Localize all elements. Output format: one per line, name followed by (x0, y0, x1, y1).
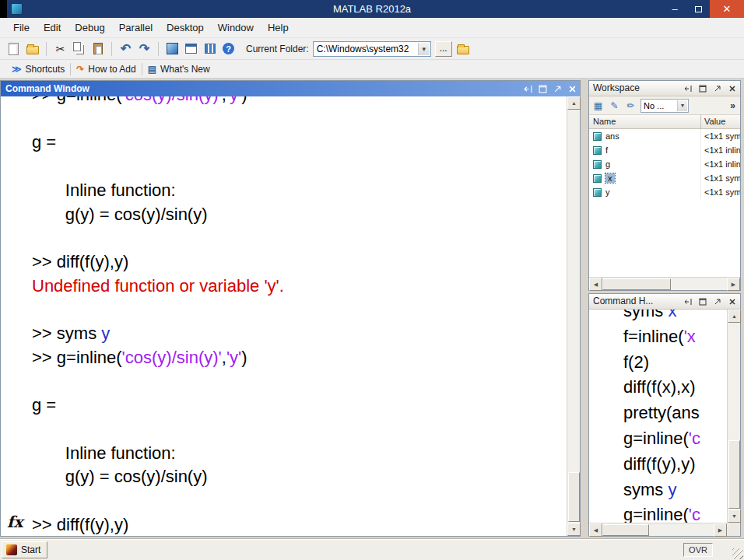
scroll-up-button[interactable]: ▲ (567, 96, 581, 110)
code-segment: syms (623, 480, 668, 499)
scroll-right-button[interactable]: ▶ (727, 278, 740, 291)
workspace-row-ans[interactable]: ans<1x1 sym (589, 129, 740, 143)
start-button[interactable]: Start (2, 541, 47, 558)
new-script-icon[interactable] (6, 41, 21, 56)
maximize-icon[interactable] (538, 84, 547, 93)
code-segment: 'c (689, 505, 700, 523)
undock-icon[interactable] (553, 84, 562, 93)
stack-dropdown[interactable]: No ... ▾ (640, 99, 689, 113)
shortcut-item-2[interactable]: ▤What's New (142, 64, 216, 75)
menu-item-window[interactable]: Window (211, 18, 261, 37)
code-segment: y (101, 324, 110, 343)
dock-icon[interactable] (683, 84, 693, 93)
resize-grip[interactable] (732, 548, 743, 559)
menu-item-debug[interactable]: Debug (68, 18, 111, 37)
menu-item-parallel[interactable]: Parallel (112, 18, 160, 37)
workspace-row-y[interactable]: y<1x1 sym (589, 185, 740, 199)
import-data-icon[interactable]: ✎ (608, 99, 621, 112)
scroll-left-button[interactable]: ◀ (589, 278, 602, 291)
code-segment: 'y' (226, 348, 241, 367)
command-history-body[interactable]: syms xf=inline('xf(2)diff(f(x),x)pretty(… (589, 310, 727, 523)
scroll-down-button[interactable]: ▼ (728, 509, 741, 523)
close-button[interactable]: ✕ (710, 0, 744, 18)
menu-item-file[interactable]: File (6, 18, 37, 37)
code-line: >> g=inline('cos(y)/sin(y)','y') (32, 96, 567, 107)
variable-value: <1x1 inlin (701, 159, 740, 169)
scroll-thumb[interactable] (602, 278, 671, 290)
undock-icon[interactable] (713, 297, 722, 306)
menu-item-help[interactable]: Help (261, 18, 296, 37)
workspace-toolbar: ▦ ✎ ✏ No ... ▾ » (589, 96, 740, 115)
copy-icon[interactable] (72, 41, 86, 56)
undo-icon[interactable]: ↶ (118, 41, 133, 56)
variable-name-cell: y (589, 185, 701, 199)
redo-icon[interactable]: ↷ (137, 41, 152, 56)
help-icon[interactable]: ? (221, 41, 236, 56)
command-window-titlebar[interactable]: Command Window (1, 81, 580, 96)
menu-item-edit[interactable]: Edit (37, 18, 68, 37)
scroll-thumb[interactable] (728, 440, 740, 509)
close-icon[interactable] (728, 84, 737, 93)
code-line (32, 489, 567, 513)
cut-icon[interactable]: ✂ (53, 41, 68, 56)
up-one-folder-icon[interactable] (456, 41, 471, 56)
scroll-up-button[interactable]: ▲ (728, 310, 741, 323)
variable-name-cell: x (589, 171, 701, 185)
command-history-vscrollbar[interactable]: ▲ ▼ (727, 310, 740, 523)
guide-icon[interactable] (184, 41, 198, 56)
command-window-title: Command Window (5, 83, 89, 94)
current-folder-combobox[interactable]: C:\Windows\system32 ▾ (313, 41, 431, 57)
menu-item-desktop[interactable]: Desktop (160, 18, 211, 37)
command-history-hscrollbar[interactable]: ◀ ▶ (589, 523, 727, 536)
new-variable-icon[interactable]: ▦ (591, 99, 605, 112)
variable-type-icon (593, 188, 602, 197)
dock-icon[interactable] (683, 297, 693, 306)
open-file-icon[interactable] (25, 41, 40, 56)
command-window-body[interactable]: >> g=inline('cos(y)/sin(y)','y') g = Inl… (1, 96, 567, 536)
maximize-icon[interactable] (698, 84, 707, 93)
minimize-button[interactable]: – (663, 0, 686, 18)
combo-arrow-icon[interactable]: ▾ (677, 100, 687, 111)
variable-name-cell: f (589, 143, 701, 157)
code-line: pretty(ans (623, 401, 727, 426)
workspace-titlebar[interactable]: Workspace (589, 81, 740, 96)
column-header-name[interactable]: Name (589, 115, 701, 128)
code-segment: y (668, 480, 676, 499)
column-header-value[interactable]: Value (701, 115, 740, 128)
workspace-panel: Workspace ▦ ✎ ✏ No ... ▾ » Name Value an… (588, 80, 741, 291)
scroll-right-button[interactable]: ▶ (714, 523, 727, 537)
code-segment: >> g=inline( (32, 348, 122, 367)
how-to-add-icon: ↷ (76, 64, 84, 75)
shortcut-item-1[interactable]: ↷How to Add (71, 64, 141, 75)
maximize-icon[interactable] (698, 297, 707, 306)
browse-folder-button[interactable]: ... (435, 41, 452, 57)
profiler-icon[interactable] (202, 41, 217, 56)
close-icon[interactable] (567, 84, 577, 93)
function-hints-button[interactable]: fx (7, 513, 23, 531)
close-icon[interactable] (728, 297, 737, 306)
workspace-hscrollbar[interactable]: ◀ ▶ (589, 277, 740, 290)
plot-brush-icon[interactable]: ✏ (624, 99, 637, 112)
copy-sheets-icon (73, 42, 81, 51)
dock-icon[interactable] (523, 84, 532, 93)
command-window-scrollbar[interactable]: ▲ ▼ (567, 96, 580, 536)
code-line: diff(f(x),x) (623, 375, 727, 401)
code-segment: 'x (684, 327, 696, 346)
scroll-thumb[interactable] (602, 524, 649, 536)
shortcut-item-0[interactable]: ≫Shortcuts (6, 64, 70, 75)
workspace-row-g[interactable]: g<1x1 inlin (589, 157, 740, 171)
workspace-row-f[interactable]: f<1x1 inlin (589, 143, 740, 157)
toolbar-overflow-icon[interactable]: » (730, 100, 738, 111)
code-line (32, 155, 567, 179)
command-history-titlebar[interactable]: Command H... (589, 294, 740, 310)
undock-icon[interactable] (713, 84, 722, 93)
workspace-row-x[interactable]: x<1x1 sym (589, 171, 740, 185)
scroll-down-button[interactable]: ▼ (567, 523, 581, 536)
scroll-left-button[interactable]: ◀ (589, 523, 602, 537)
maximize-button[interactable] (686, 0, 710, 18)
scroll-thumb[interactable] (568, 472, 580, 522)
combo-arrow-icon[interactable]: ▾ (418, 43, 430, 55)
paste-icon[interactable] (90, 41, 105, 56)
code-segment: >> g=inline( (32, 96, 122, 104)
simulink-icon[interactable] (165, 41, 180, 56)
